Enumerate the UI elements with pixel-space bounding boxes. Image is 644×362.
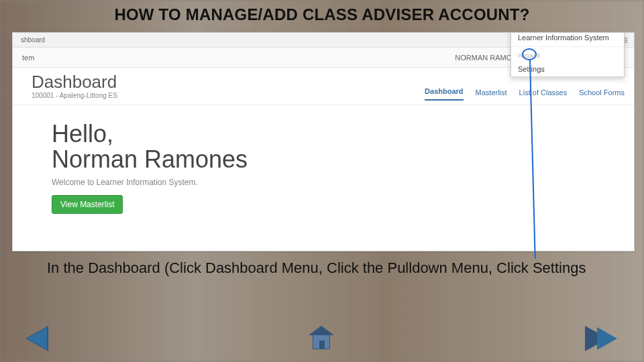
- greeting-sub: Welcome to Learner Information System.: [52, 178, 634, 187]
- prev-slide-button[interactable]: [27, 327, 58, 350]
- home-icon: [309, 326, 334, 351]
- lis-brand: tem: [22, 54, 34, 62]
- dropdown-lis-link[interactable]: Learner Information System: [511, 32, 624, 45]
- browser-tab[interactable]: shboard: [18, 36, 48, 44]
- greeting-line2: Norman Ramones: [52, 145, 248, 173]
- home-slide-button[interactable]: [309, 326, 335, 353]
- nav-dashboard[interactable]: Dashboard: [425, 87, 463, 101]
- dropdown-account-label: Account: [511, 48, 624, 62]
- instruction-caption: In the Dashboard (Click Dashboard Menu, …: [47, 259, 597, 278]
- nav-school-forms[interactable]: School Forms: [579, 88, 625, 101]
- page-title: Dashboard: [32, 73, 117, 90]
- greeting-block: Hello, Norman Ramones Welcome to Learner…: [13, 105, 634, 214]
- next-slide-button[interactable]: [586, 327, 617, 350]
- dropdown-settings[interactable]: Settings: [511, 62, 624, 76]
- slide-title: HOW TO MANAGE/ADD CLASS ADVISER ACCOUNT?: [0, 5, 644, 24]
- nav-classes[interactable]: List of Classes: [519, 88, 568, 101]
- greeting-line1: Hello,: [52, 120, 113, 147]
- school-subtitle: 100001 - Apaleng-Littong ES: [32, 92, 117, 99]
- app-screenshot: shboard tem NORMAN RAMONES Sign out DepE…: [12, 32, 635, 251]
- nav-masterlist[interactable]: Masterlist: [476, 88, 507, 101]
- view-masterlist-button[interactable]: View Masterlist: [52, 195, 123, 214]
- user-dropdown: Learner Information System Account Setti…: [511, 32, 625, 77]
- dashboard-nav: Dashboard Masterlist List of Classes Sch…: [425, 73, 625, 105]
- dropdown-divider: [511, 46, 624, 47]
